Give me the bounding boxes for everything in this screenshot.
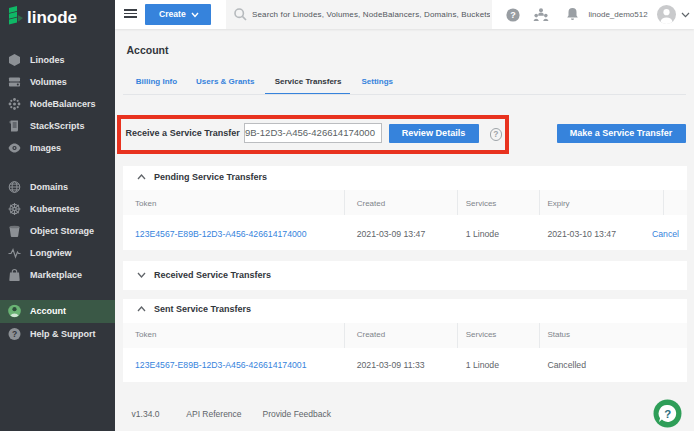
svg-text:?: ?: [664, 407, 671, 419]
svg-text:?: ?: [510, 10, 516, 20]
svg-text:?: ?: [12, 328, 17, 338]
